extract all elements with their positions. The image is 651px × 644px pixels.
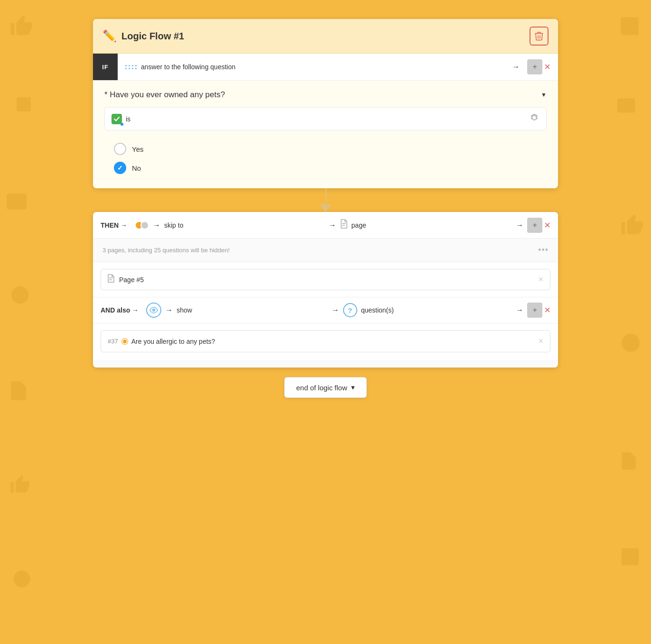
condition-section: * Have you ever owned any pets? ▼ is	[93, 81, 558, 188]
checkbox-icon	[112, 114, 122, 124]
then-actions: + ×	[527, 218, 558, 233]
questions-arrow: →	[516, 306, 523, 314]
question-number: #37	[108, 338, 118, 345]
and-also-label-text: AND also →	[93, 306, 142, 314]
if-badge: IF	[93, 54, 118, 80]
circles-icon	[135, 221, 149, 230]
skip-to-arrow: →	[153, 221, 160, 230]
skip-to-text: skip to	[164, 221, 325, 229]
if-row: IF answer to the following questio	[93, 54, 558, 81]
delete-logic-flow-button[interactable]	[530, 27, 549, 46]
and-also-row: AND also → → show → ? question(s) →	[93, 297, 558, 323]
and-also-close-button[interactable]: ×	[544, 304, 550, 316]
if-add-button[interactable]: +	[527, 59, 542, 74]
page-arrow: →	[516, 221, 523, 230]
end-of-logic-flow-button[interactable]: end of logic flow ▾	[284, 377, 367, 398]
page-chip-text: Page #5	[119, 276, 144, 284]
option-no-label: No	[132, 164, 141, 172]
settings-icon[interactable]	[529, 112, 539, 125]
question-icon: ?	[343, 303, 357, 317]
dropdown-arrow-icon[interactable]: ▼	[541, 92, 547, 98]
condition-row: is	[104, 107, 547, 130]
svg-point-10	[153, 310, 154, 311]
circle-orange-2	[140, 221, 149, 230]
option-yes-label: Yes	[132, 145, 143, 153]
drag-handle[interactable]	[125, 63, 137, 71]
skip-to-arrow2: →	[329, 221, 336, 230]
radio-unchecked-yes[interactable]	[114, 143, 126, 155]
logic-flow-title-text: Logic Flow #1	[121, 31, 184, 42]
then-close-button[interactable]: ×	[544, 219, 550, 231]
checkbox-green	[112, 114, 122, 124]
arrow-icon: →	[512, 63, 520, 71]
and-also-actions: + ×	[527, 303, 558, 318]
eye-icon	[146, 303, 161, 318]
page-chip-doc-icon	[108, 274, 114, 285]
question-chip-left: #37 Are you allergic to any pets?	[108, 338, 215, 345]
options-list: Yes No	[104, 138, 547, 179]
and-also-add-button[interactable]: +	[527, 303, 542, 318]
hidden-info-row: 3 pages, including 25 questions will be …	[93, 239, 558, 262]
drag-dots	[125, 63, 137, 71]
show-text: show	[177, 306, 328, 314]
then-row: THEN → → skip to → page → +	[93, 212, 558, 239]
option-no[interactable]: No	[114, 162, 547, 174]
page-chip-left: Page #5	[108, 274, 144, 285]
page-chip-close-button[interactable]: ×	[538, 275, 543, 285]
question-label: * Have you ever owned any pets? ▼	[104, 90, 547, 100]
page-text: page	[352, 221, 512, 229]
svg-rect-2	[621, 17, 639, 35]
svg-point-1	[11, 286, 29, 304]
page-doc-icon	[340, 219, 348, 231]
question-chip-close-button[interactable]: ×	[538, 336, 543, 346]
if-actions: + ×	[527, 59, 558, 74]
end-section: end of logic flow ▾	[93, 368, 558, 403]
logic-flow-header: ✏️ Logic Flow #1	[93, 19, 558, 54]
condition-left: is	[112, 114, 130, 124]
if-close-button[interactable]: ×	[544, 61, 550, 73]
main-container: ✏️ Logic Flow #1 IF	[93, 19, 558, 403]
question-chip: #37 Are you allergic to any pets? ×	[101, 330, 550, 352]
svg-rect-0	[17, 97, 31, 111]
option-yes[interactable]: Yes	[114, 143, 547, 155]
question-chip-text: Are you allergic to any pets?	[131, 338, 215, 345]
svg-point-3	[622, 334, 640, 352]
end-of-logic-flow-text: end of logic flow	[296, 384, 347, 392]
then-label-text: THEN →	[93, 221, 131, 229]
condition-is-text: is	[126, 115, 130, 123]
connector-triangle	[320, 204, 331, 212]
logic-flow-card: ✏️ Logic Flow #1 IF	[93, 19, 558, 188]
and-also-content: → show → ? question(s) →	[142, 303, 527, 318]
radio-checked-no[interactable]	[114, 162, 126, 174]
logic-flow-title: ✏️ Logic Flow #1	[102, 29, 184, 43]
then-card: THEN → → skip to → page → +	[93, 212, 558, 368]
flow-connector	[93, 188, 558, 212]
checkbox-dot	[121, 123, 123, 126]
show-arrow2: →	[332, 306, 339, 314]
pencil-icon: ✏️	[102, 29, 117, 43]
if-condition-text: answer to the following question	[141, 63, 508, 71]
then-content: → skip to → page →	[131, 219, 527, 231]
end-dropdown-arrow-icon: ▾	[351, 383, 355, 392]
if-content: answer to the following question →	[118, 63, 527, 71]
questions-text: question(s)	[361, 306, 512, 314]
page-chip: Page #5 ×	[101, 269, 550, 290]
dots-menu-button[interactable]: •••	[538, 245, 549, 255]
svg-rect-4	[622, 548, 639, 565]
spacer-bottom	[93, 360, 558, 368]
question-dot-icon	[122, 339, 128, 344]
then-add-button[interactable]: +	[527, 218, 542, 233]
show-arrow: →	[165, 306, 173, 314]
hidden-info-text: 3 pages, including 25 questions will be …	[102, 247, 230, 254]
